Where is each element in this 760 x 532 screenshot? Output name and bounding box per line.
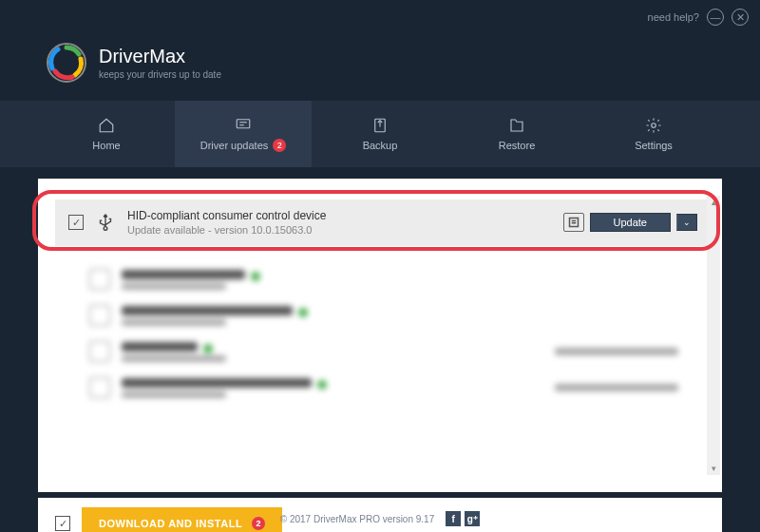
help-link[interactable]: need help? — [648, 11, 699, 23]
scroll-down-icon[interactable]: ▾ — [707, 462, 720, 475]
driver-status: Update available - version 10.0.15063.0 — [127, 224, 552, 236]
scroll-up-icon[interactable]: ▴ — [707, 196, 720, 209]
driver-row-blurred — [51, 297, 716, 333]
app-title: DriverMax — [99, 46, 221, 67]
driver-name: HID-compliant consumer control device — [127, 209, 552, 222]
driver-details-button[interactable] — [563, 213, 584, 232]
nav-settings[interactable]: Settings — [585, 101, 722, 167]
app-logo-icon — [46, 42, 87, 84]
update-dropdown[interactable]: ⌄ — [676, 214, 697, 231]
driver-row-featured[interactable]: ✓ HID-compliant consumer control device … — [55, 200, 711, 246]
driver-list-panel: ✓ HID-compliant consumer control device … — [38, 179, 722, 492]
main-navbar: Home Driver updates2 Backup Restore Sett… — [0, 101, 760, 167]
minimize-button[interactable]: — — [707, 9, 724, 26]
svg-point-6 — [652, 124, 656, 128]
usb-device-icon — [95, 212, 116, 233]
updates-badge: 2 — [273, 139, 286, 152]
brand-header: DriverMax keeps your drivers up to date — [0, 34, 760, 101]
driver-row-blurred — [51, 333, 716, 370]
nav-driver-updates[interactable]: Driver updates2 — [175, 101, 312, 167]
restore-icon — [507, 117, 526, 134]
nav-updates-label: Driver updates — [200, 140, 269, 151]
google-plus-icon[interactable]: g⁺ — [465, 511, 480, 526]
close-button[interactable]: ✕ — [732, 9, 749, 26]
scrollbar[interactable]: ▴ ▾ — [707, 196, 720, 475]
nav-restore-label: Restore — [499, 140, 536, 151]
nav-backup-label: Backup — [363, 140, 398, 151]
home-icon — [97, 117, 116, 134]
svg-rect-1 — [237, 120, 250, 128]
nav-home[interactable]: Home — [38, 101, 175, 167]
driver-row-blurred — [51, 370, 716, 406]
nav-restore[interactable]: Restore — [448, 101, 585, 167]
copyright-text: © 2017 DriverMax PRO version 9.17 — [280, 514, 434, 524]
driver-row-blurred — [51, 261, 716, 297]
copyright-bar: © 2017 DriverMax PRO version 9.17 f g⁺ — [0, 511, 760, 526]
update-button[interactable]: Update — [590, 213, 671, 232]
svg-point-7 — [104, 227, 107, 231]
nav-backup[interactable]: Backup — [312, 101, 448, 167]
app-subtitle: keeps your drivers up to date — [99, 69, 221, 80]
facebook-icon[interactable]: f — [446, 511, 461, 526]
updates-icon — [234, 116, 253, 133]
checkbox[interactable]: ✓ — [68, 215, 84, 230]
backup-icon — [370, 117, 390, 134]
gear-icon — [644, 117, 663, 134]
nav-home-label: Home — [92, 140, 120, 151]
nav-settings-label: Settings — [635, 140, 673, 151]
